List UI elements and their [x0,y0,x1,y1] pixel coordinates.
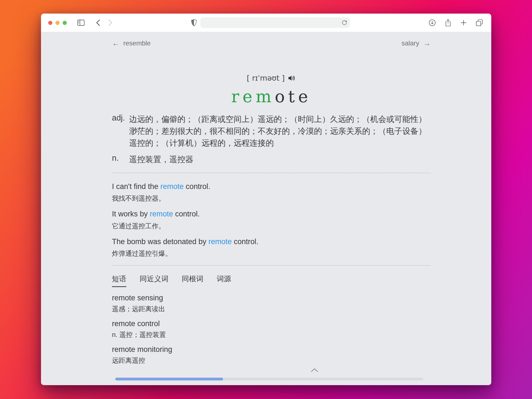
zoom-window-button[interactable] [63,21,67,25]
phrase-english[interactable]: remote monitoring [112,345,431,354]
browser-window: ← resemble salary → [ rɪˈməʊt ] [41,14,491,385]
chevron-up-icon[interactable] [311,368,318,372]
phonetic-text: [ rɪˈməʊt ] [247,74,285,82]
phrase-item: remote monitoring 远距离遥控 [112,345,431,365]
forward-icon[interactable] [108,19,112,26]
download-icon[interactable] [429,19,436,26]
definition-row: adj. 边远的，偏僻的；（距离或空间上）遥远的；（时间上）久远的；（机会或可能… [112,113,431,149]
tab-overview-icon[interactable] [476,19,483,26]
minimize-window-button[interactable] [55,21,60,25]
example-text: The bomb was detonated by [112,237,208,246]
section-tabs: 短语 同近义词 同根词 词源 [112,274,431,287]
phrase-chinese: 遥感；远距离读出 [112,305,431,313]
horizontal-scrollbar[interactable] [115,378,423,380]
headword-rest-part: ote [275,87,311,106]
example-item: It works by remote control. 它通过遥控工作。 [112,209,431,230]
definition-row: n. 遥控装置，遥控器 [112,154,431,165]
highlighted-word-link[interactable]: remote [150,210,173,218]
example-text: It works by [112,210,150,218]
prev-word-link[interactable]: ← resemble [112,39,151,47]
example-chinese: 它通过遥控工作。 [112,222,431,231]
tab-etymology[interactable]: 词源 [217,274,231,287]
speaker-icon[interactable] [288,75,296,82]
phrase-chinese: 远距离遥控 [112,356,431,365]
tab-synonyms[interactable]: 同近义词 [140,274,168,287]
word-nav: ← resemble salary → [112,39,431,47]
back-icon[interactable] [96,19,100,26]
tab-phrases[interactable]: 短语 [112,274,126,287]
phrase-item: remote sensing 遥感；远距离读出 [112,294,431,313]
highlighted-word-link[interactable]: remote [160,182,184,191]
right-arrow-icon: → [423,40,431,47]
close-window-button[interactable] [48,21,52,25]
highlighted-word-link[interactable]: remote [208,237,232,246]
share-icon[interactable] [445,19,451,27]
headword-green-part: rem [231,87,275,106]
example-english: The bomb was detonated by remote control… [112,237,431,247]
headword: remote [112,87,431,106]
phrase-item: remote control n. 遥控；遥控装置 [112,319,431,339]
example-chinese: 炸弹通过遥控引爆。 [112,249,431,258]
definition-text: 遥控装置，遥控器 [129,154,431,165]
pos-label: adj. [112,113,129,149]
definitions: adj. 边远的，偏僻的；（距离或空间上）遥远的；（时间上）久远的；（机会或可能… [112,113,431,165]
example-item: I can't find the remote control. 我找不到遥控器… [112,181,431,203]
address-bar[interactable] [200,17,350,28]
dotted-divider [112,173,431,173]
example-item: The bomb was detonated by remote control… [112,237,431,258]
pos-label: n. [112,154,129,165]
example-text: I can't find the [112,182,160,191]
phrase-chinese: n. 遥控；遥控装置 [112,330,431,339]
example-text: control. [173,210,200,218]
definition-text: 边远的，偏僻的；（距离或空间上）遥远的；（时间上）久远的；（机会或可能性）渺茫的… [129,113,431,149]
page-content: ← resemble salary → [ rɪˈməʊt ] [41,32,491,385]
tab-cognates[interactable]: 同根词 [182,274,203,287]
example-sentences: I can't find the remote control. 我找不到遥控器… [112,181,431,258]
example-chinese: 我找不到遥控器。 [112,194,431,203]
browser-toolbar [41,14,491,32]
left-arrow-icon: ← [112,40,119,47]
refresh-icon[interactable] [341,20,347,26]
sidebar-toggle-icon[interactable] [77,20,85,26]
new-tab-icon[interactable] [460,19,467,26]
phrase-english[interactable]: remote sensing [112,294,431,302]
phrase-english[interactable]: remote control [112,319,431,328]
example-english: It works by remote control. [112,209,431,219]
example-text: control. [232,237,258,246]
dotted-divider [112,265,431,266]
example-english: I can't find the remote control. [112,181,431,191]
next-word-link[interactable]: salary → [401,39,431,47]
next-word-label: salary [401,39,419,47]
traffic-lights [48,21,67,25]
scroll-thumb[interactable] [115,378,223,380]
prev-word-label: resemble [123,39,151,47]
example-text: control. [184,182,210,191]
privacy-shield-icon[interactable] [191,19,197,26]
phrase-list: remote sensing 遥感；远距离读出 remote control n… [112,294,431,365]
